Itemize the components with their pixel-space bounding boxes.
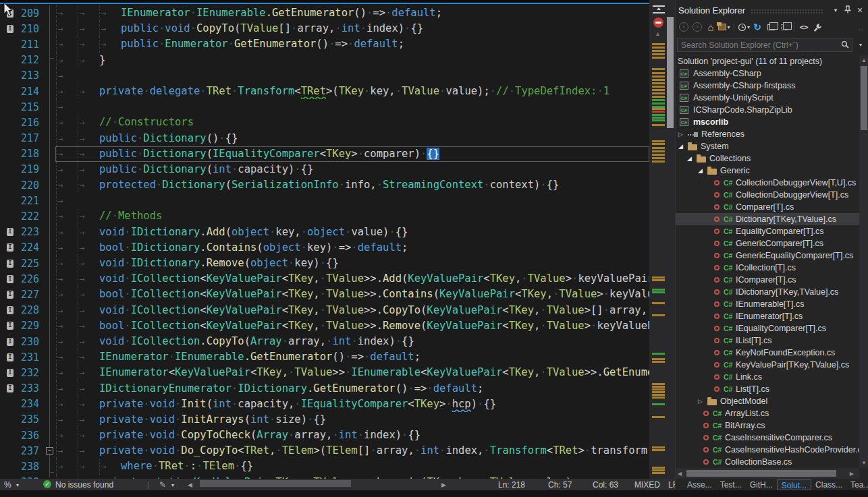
panel-tab-gith[interactable]: GitH... (746, 479, 777, 490)
tree-item-dictionary-tkey-tvalue-cs[interactable]: C#Dictionary[TKey,TValue].cs (676, 213, 859, 225)
code-line-232[interactable]: I232→→IEnumerator<KeyValuePair<TKey,·TVa… (0, 365, 649, 380)
line-indicator[interactable]: Ln: 218 (498, 480, 525, 490)
tree-item-keynotfoundexception-cs[interactable]: C#KeyNotFoundException.cs (676, 347, 859, 359)
refresh-button[interactable]: ↻ (751, 20, 763, 34)
code-line-236[interactable]: 236→→private·void·CopyToCheck(Array·arra… (0, 428, 649, 443)
zoom-selector[interactable]: % (4, 480, 11, 490)
code-text[interactable]: →→void·ICollection<KeyValuePair<TKey,·TV… (55, 303, 649, 318)
code-line-216[interactable]: 216→→//·Constructors (0, 115, 649, 130)
tree-item-solution-project-gui-11-of-11-projects[interactable]: Solution 'project-gui' (11 of 11 project… (676, 55, 859, 67)
splitter-handle-icon[interactable] (653, 5, 665, 13)
panel-tab-tea[interactable]: Tea... (846, 479, 868, 490)
tree-item-generic[interactable]: ◢Generic (676, 165, 859, 177)
editor-scrollbar[interactable]: ▲ (649, 0, 675, 479)
code-line-235[interactable]: 235→→private·void·InitArrays(int·size)·{… (0, 412, 649, 428)
code-line-227[interactable]: I227→→bool·ICollection<KeyValuePair<TKey… (0, 287, 649, 302)
panel-tab-solut[interactable]: Solut... (777, 479, 811, 490)
hscroll-left-icon[interactable]: ◀ (188, 481, 192, 488)
code-text[interactable]: →→private·delegate·TRet·Transform<TRet>(… (55, 84, 649, 99)
home-button[interactable]: ⌂ (705, 20, 717, 34)
hscrollbar-thumb[interactable] (200, 480, 351, 487)
preview-selected-items-button[interactable] (778, 20, 790, 34)
code-line-231[interactable]: I231→→IEnumerator·IEnumerable.GetEnumera… (0, 349, 649, 365)
tree-item-caseinsensitivehashcodeprovider-cs[interactable]: C#CaseInsensitiveHashCodeProvider.cs (676, 444, 859, 456)
scrollbar-thumb[interactable] (861, 66, 867, 130)
code-line-226[interactable]: I226→→void·ICollection<KeyValuePair<TKey… (0, 271, 649, 287)
pending-changes-filter-button[interactable]: ▾ (738, 20, 750, 34)
tree-item-icsharpcode-sharpziplib[interactable]: C#ICSharpCode.SharpZipLib (676, 104, 859, 116)
brush-icon[interactable]: ✎ (159, 480, 166, 490)
tree-item-assembly-unityscript[interactable]: C#Assembly-UnityScript (676, 92, 859, 104)
tree-item-arraylist-cs[interactable]: C#ArrayList.cs (676, 407, 859, 419)
tree-item-system[interactable]: ◢System (676, 140, 859, 152)
switch-views-button[interactable]: ▾ (718, 20, 730, 34)
code-line-238[interactable]: 238→→→where·TRet·:·TElem·{} (0, 459, 649, 474)
code-text[interactable]: →→} (55, 53, 649, 68)
tree-item-references[interactable]: ▷References (676, 128, 859, 140)
code-text[interactable]: →→→where·TRet·:·TElem·{} (55, 459, 649, 474)
code-line-217[interactable]: 217→→public·Dictionary()·{} (0, 131, 649, 146)
tree-item-bitarray-cs[interactable]: C#BitArray.cs (676, 419, 859, 432)
code-text[interactable]: → (55, 68, 649, 84)
code-line-223[interactable]: I223→→void·IDictionary.Add(object·key,·o… (0, 225, 649, 240)
close-icon[interactable]: × (854, 5, 866, 16)
collapse-arrow-icon[interactable]: ◢ (687, 152, 692, 165)
code-text[interactable]: →→private·void·InitArrays(int·size)·{} (55, 412, 649, 428)
search-input[interactable] (678, 40, 841, 50)
code-line-237[interactable]: 237→→private·void·Do_CopyTo<TRet,·TElem>… (0, 443, 649, 459)
tree-item-objectmodel[interactable]: ▷ObjectModel (676, 395, 859, 407)
code-line-234[interactable]: 234→→private·void·Init(int·capacity,·IEq… (0, 397, 649, 412)
panel-title-bar[interactable]: Solution Explorer ▾ × (676, 3, 868, 17)
code-text[interactable]: → (55, 193, 649, 208)
toolbar-overflow-icon[interactable]: ‥ (855, 20, 867, 34)
code-line-209[interactable]: I209→→→IEnumerator·IEnumerable.GetEnumer… (0, 5, 649, 21)
tree-item-assembly-csharp[interactable]: C#Assembly-CSharp (676, 67, 859, 80)
code-line-233[interactable]: I233→→IDictionaryEnumerator·IDictionary.… (0, 381, 649, 397)
scroll-up-icon[interactable]: ▲ (655, 30, 661, 37)
tree-item-keyvaluepair-tkey-tvalue-cs[interactable]: C#KeyValuePair[TKey,TValue].cs (676, 359, 859, 371)
scrollbar-thumb[interactable] (686, 470, 836, 477)
code-line-229[interactable]: I229→→bool·ICollection<KeyValuePair<TKey… (0, 318, 649, 334)
code-editor[interactable]: I209→→→IEnumerator·IEnumerable.GetEnumer… (0, 0, 675, 479)
code-text[interactable]: →→bool·ICollection<KeyValuePair<TKey,·TV… (55, 287, 649, 302)
tree-item-link-cs[interactable]: C#Link.cs (676, 371, 859, 383)
code-line-212[interactable]: 212→→} (0, 53, 649, 68)
tree-item-iequalitycomparer-t-cs[interactable]: C#IEqualityComparer[T].cs (676, 322, 859, 334)
window-position-icon[interactable]: ▾ (830, 7, 842, 13)
scroll-down-icon[interactable]: ▼ (861, 460, 867, 466)
code-line-222[interactable]: 222→→//·Methods (0, 208, 649, 224)
code-text[interactable]: →→IEnumerator·IEnumerable.GetEnumerator(… (55, 349, 649, 365)
code-line-228[interactable]: I228→→void·ICollection<KeyValuePair<TKey… (0, 303, 649, 318)
tree-item-collections[interactable]: ◢Collections (676, 152, 859, 165)
expand-arrow-icon[interactable]: ▷ (698, 395, 703, 407)
code-text[interactable]: →→→public·void·CopyTo(TValue[]·array,·in… (55, 21, 649, 36)
code-text[interactable]: →→protected·Dictionary(SerializationInfo… (55, 177, 649, 193)
code-text[interactable]: →→public·Dictionary(IEqualityComparer<TK… (55, 146, 649, 162)
code-text[interactable]: →→public·Dictionary(int·capacity)·{} (55, 162, 649, 177)
tree-item-list-t-cs[interactable]: C#List[T].cs (676, 383, 859, 395)
code-text[interactable]: →→private·void·Init(int·capacity,·IEqual… (55, 397, 649, 412)
brush-chevron-icon[interactable]: ▾ (171, 482, 174, 488)
code-text[interactable]: →→bool·ICollection<KeyValuePair<TKey,·TV… (55, 318, 649, 334)
issues-status[interactable]: No issues found (55, 480, 113, 490)
tree-item-ienumerator-t-cs[interactable]: C#IEnumerator[T].cs (676, 310, 859, 322)
hscroll-right-icon[interactable]: ▶ (441, 481, 446, 488)
tree-item-ienumerable-t-cs[interactable]: C#IEnumerable[T].cs (676, 298, 859, 310)
code-line-215[interactable]: 215→ (0, 99, 649, 115)
tree-item-genericcomparer-t-cs[interactable]: C#GenericComparer[T].cs (676, 237, 859, 250)
code-text[interactable]: →→void·IDictionary.Remove(object·key)·{} (55, 256, 649, 271)
tree-item-icomparer-t-cs[interactable]: C#IComparer[T].cs (676, 274, 859, 286)
code-text[interactable]: →→private·void·Do_CopyTo<TRet,·TElem>(TE… (55, 443, 649, 459)
code-line-220[interactable]: 220→→protected·Dictionary(SerializationI… (0, 177, 649, 193)
code-text[interactable]: →→→public·Enumerator·GetEnumerator()·=>·… (55, 36, 649, 52)
code-line-210[interactable]: I210→→→public·void·CopyTo(TValue[]·array… (0, 21, 649, 36)
code-text[interactable]: →→//·Methods (55, 208, 649, 224)
collapse-arrow-icon[interactable]: ◢ (678, 140, 683, 152)
properties-wrench-button[interactable] (811, 20, 823, 34)
zoom-chevron-icon[interactable]: ▾ (16, 482, 19, 488)
tree-item-genericequalitycomparer-t-cs[interactable]: C#GenericEqualityComparer[T].cs (676, 250, 859, 262)
code-line-224[interactable]: I224→→bool·IDictionary.Contains(object·k… (0, 240, 649, 256)
fold-collapse-icon[interactable]: − (46, 447, 53, 455)
column-indicator[interactable]: Col: 63 (593, 480, 618, 490)
tree-item-collectionbase-cs[interactable]: C#CollectionBase.cs (676, 456, 859, 468)
